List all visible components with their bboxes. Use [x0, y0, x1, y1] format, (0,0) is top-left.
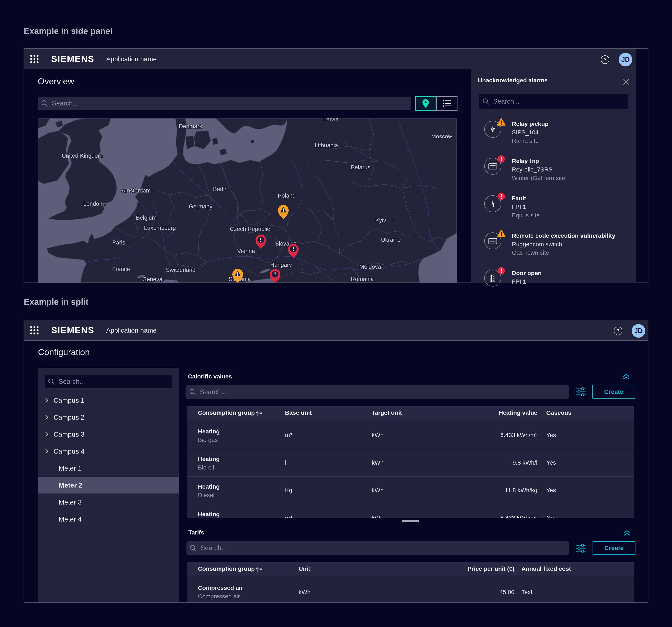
- svg-text:Vienna: Vienna: [237, 248, 255, 254]
- svg-text:Lithuania: Lithuania: [315, 142, 338, 149]
- svg-text:Denmark: Denmark: [179, 123, 202, 129]
- svg-text:Latvia: Latvia: [323, 119, 339, 123]
- svg-text:United Kingdom: United Kingdom: [62, 153, 102, 159]
- svg-text:Kyiv: Kyiv: [375, 217, 386, 224]
- svg-text:Czech Republic: Czech Republic: [230, 226, 270, 232]
- svg-text:Geneva: Geneva: [142, 276, 163, 282]
- svg-text:London: London: [83, 201, 102, 207]
- svg-text:Luxembourg: Luxembourg: [144, 225, 176, 231]
- svg-text:Switzerland: Switzerland: [166, 267, 196, 273]
- svg-text:Paris: Paris: [112, 240, 125, 246]
- svg-text:Poland: Poland: [278, 193, 296, 199]
- svg-text:Ukraine: Ukraine: [381, 237, 401, 243]
- svg-text:Amsterdam: Amsterdam: [121, 187, 151, 194]
- svg-text:Romania: Romania: [351, 276, 374, 282]
- svg-text:Belgium: Belgium: [136, 215, 157, 221]
- svg-text:Belarus: Belarus: [351, 164, 370, 171]
- svg-text:Moscow: Moscow: [431, 133, 452, 140]
- svg-text:Berlin: Berlin: [213, 186, 228, 192]
- svg-text:Moldova: Moldova: [359, 264, 381, 270]
- svg-text:France: France: [112, 266, 130, 272]
- svg-text:Hungary: Hungary: [270, 262, 292, 268]
- svg-text:Germany: Germany: [189, 203, 213, 210]
